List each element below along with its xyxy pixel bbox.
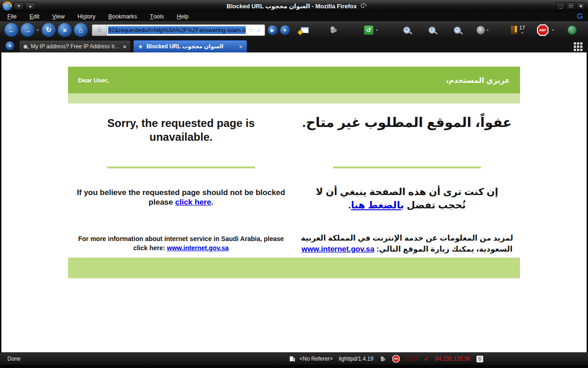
zoom-in-icon[interactable]: +	[403, 27, 410, 34]
window-title-area: Blocked URL العنوان محجوب - Mozilla Fire…	[37, 3, 556, 10]
home-button[interactable]: ⌂	[74, 23, 88, 37]
adblock-plus-status-icon[interactable]: ABP	[392, 355, 400, 362]
check-icon: ✓	[257, 27, 262, 34]
minimize-button[interactable]: _	[556, 2, 565, 10]
info-arabic: لمزيد من المعلومات عن خدمة الإنترنت في ا…	[299, 233, 515, 255]
new-tab-button[interactable]: +	[6, 41, 14, 50]
menubar: File Edit View History Bookmarks Tools H…	[0, 12, 588, 21]
tab-blocked-url[interactable]: ★ Blocked URL العنوان محجوب ×	[133, 40, 247, 52]
status-bar-right: <No Referer> lighttpd/1.4.19 ABP 1227 ✓ …	[289, 355, 483, 362]
chevron-up-icon: ▴	[29, 4, 32, 8]
click-here-link-arabic[interactable]: بالضغط هنا	[351, 200, 404, 210]
throbber-spiral-icon	[360, 3, 367, 9]
maximize-button[interactable]: □	[566, 2, 575, 10]
bookmark-star-icon[interactable]: ☆	[249, 27, 254, 34]
chevron-down-icon: ▾	[284, 28, 286, 33]
svg-text:ABP: ABP	[539, 28, 547, 32]
reload-button[interactable]: ↻	[42, 23, 56, 37]
heading-arabic: عفواً، الموقع المطلوب غير متاح.	[302, 114, 512, 132]
window-shade-button[interactable]: ▾	[14, 2, 24, 10]
menu-history[interactable]: History	[78, 13, 96, 20]
heading-english: Sorry, the requested page is unavailable…	[80, 116, 282, 144]
arabic-column: عفواً، الموقع المطلوب غير متاح. إن كنت ت…	[294, 114, 520, 258]
back-forward-dropdown[interactable]: ▾	[37, 28, 39, 32]
stop-button[interactable]: ×	[58, 23, 72, 37]
proxy-key-icon[interactable]	[329, 25, 338, 34]
noscript-badge-icon[interactable]: S	[476, 356, 483, 362]
addon-toolbar-icons: ↺ ▾ + i − ▾ 17 ▾ ABP ▾ ↓	[298, 24, 577, 36]
menu-tools[interactable]: Tools	[150, 13, 164, 20]
page-info-icon[interactable]: i	[429, 27, 435, 34]
status-text: Done	[7, 356, 21, 362]
globe-icon[interactable]	[476, 26, 485, 34]
menu-help[interactable]: Help	[177, 13, 189, 20]
menu-edit[interactable]: Edit	[29, 13, 40, 20]
abp-dropdown-icon[interactable]: ▾	[552, 28, 554, 32]
english-column: Sorry, the requested page is unavailable…	[68, 114, 294, 258]
popup-blocker-icon[interactable]	[301, 27, 309, 33]
greeting-banner: Dear User, عزيزي المستخدم،	[68, 67, 520, 93]
greeting-arabic: عزيزي المستخدم،	[446, 76, 510, 85]
click-here-link[interactable]: click here	[175, 198, 211, 207]
home-icon: ⌂	[79, 26, 83, 34]
url-bar[interactable]: ☆ 92&requestedurl=http%3A%2F%2Fanswering…	[92, 24, 265, 36]
zoom-out-icon[interactable]: −	[454, 27, 461, 34]
status-bar: Done <No Referer> lighttpd/1.4.19 ABP 12…	[0, 352, 588, 365]
tab-my-ip-address[interactable]: My IP address? Free IP Address tr... ×	[19, 40, 131, 52]
close-window-button[interactable]: ×	[577, 2, 585, 10]
go-button[interactable]: ▶	[268, 25, 277, 35]
adblock-plus-icon[interactable]: ABP	[537, 24, 548, 36]
close-tab-icon[interactable]: ×	[123, 43, 126, 50]
menu-view[interactable]: View	[52, 13, 65, 20]
list-all-tabs-icon[interactable]	[574, 42, 582, 51]
menu-bookmarks[interactable]: Bookmarks	[108, 13, 137, 20]
reload-icon: ↻	[46, 26, 52, 34]
url-input[interactable]: 92&requestedurl=http%3A%2F%2Fanswering-i…	[107, 26, 246, 34]
sidebar-panel-icon[interactable]	[510, 25, 518, 34]
blocked-count: 1227	[406, 356, 418, 362]
menu-file[interactable]: File	[7, 13, 17, 20]
page-viewport: Dear User, عزيزي المستخدم، Sorry, the re…	[0, 52, 588, 352]
body-arabic: إن كنت ترى أن هذه الصفحة ينبغي أن لا تُح…	[303, 185, 511, 212]
url-history-dropdown-button[interactable]: ▾	[280, 25, 290, 35]
recycle-bin-icon[interactable]: ↺	[364, 25, 373, 35]
url-field-icons: ☆ ✓	[246, 27, 265, 34]
star-favicon: ★	[138, 43, 143, 50]
sidebar-count-wrap: 17 ▾	[520, 25, 525, 35]
footer-bar	[68, 258, 520, 278]
forward-icon: →	[24, 26, 31, 34]
ip-address[interactable]: 84.235.120.56	[435, 356, 470, 362]
server-banner: lighttpd/1.4.19	[339, 356, 373, 362]
site-identity-button[interactable]: ☆	[92, 25, 107, 35]
check-status-icon[interactable]: ✓	[424, 355, 430, 362]
body-english: If you believe the requested page should…	[74, 188, 288, 207]
sidebar-count-badge: 17	[520, 25, 525, 30]
back-button[interactable]: ←	[5, 23, 18, 37]
content-columns: Sorry, the requested page is unavailable…	[68, 114, 520, 258]
greeting-english: Dear User,	[78, 77, 109, 84]
window-bottom-edge	[0, 365, 588, 368]
tab-title: My IP address? Free IP Address tr...	[31, 43, 119, 50]
window-unshade-button[interactable]: ▴	[25, 2, 35, 10]
window-title: Blocked URL العنوان محجوب - Mozilla Fire…	[226, 3, 356, 10]
tab-title: Blocked URL العنوان محجوب	[147, 43, 236, 50]
recycle-dropdown-icon[interactable]: ▾	[376, 28, 378, 32]
info-english: For more information about internet serv…	[70, 235, 292, 253]
proxy-key-icon[interactable]	[379, 356, 386, 362]
sidebar-dropdown-icon[interactable]: ▾	[521, 31, 523, 35]
internet-gov-sa-link[interactable]: www.internet.gov.sa	[167, 244, 229, 252]
internet-gov-sa-link-arabic[interactable]: www.internet.gov.sa	[301, 245, 374, 253]
globe-dropdown-icon[interactable]: ▾	[487, 28, 489, 32]
forward-button[interactable]: →	[21, 23, 34, 37]
referer-status[interactable]: <No Referer>	[300, 356, 333, 362]
window-controls: _ □ ×	[556, 2, 585, 10]
back-icon: ←	[8, 26, 15, 34]
tab-bar: + My IP address? Free IP Address tr... ×…	[0, 39, 588, 52]
download-helper-icon[interactable]: ↓	[567, 25, 577, 35]
close-tab-icon[interactable]: ×	[239, 43, 243, 50]
plus-icon: +	[8, 42, 12, 49]
banner-strip	[68, 93, 520, 104]
svg-text:ABP: ABP	[394, 358, 398, 360]
page-icon	[289, 356, 294, 362]
go-icon: ▶	[271, 28, 274, 33]
